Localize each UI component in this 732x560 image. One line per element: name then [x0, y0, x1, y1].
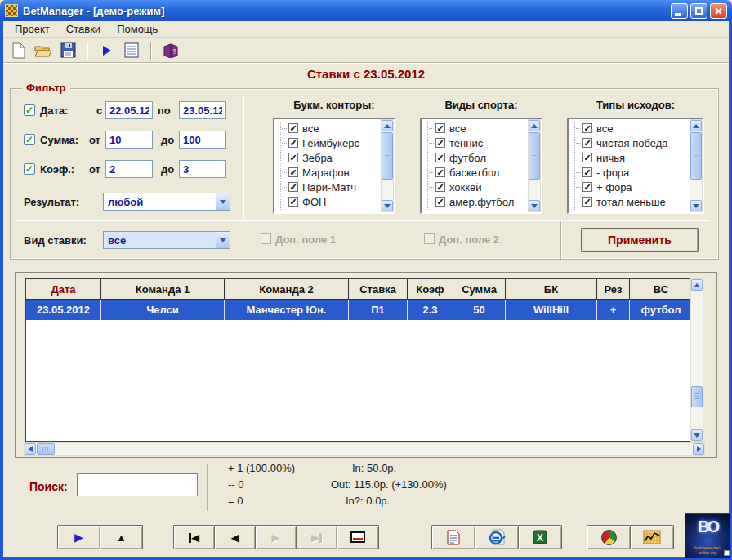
list-item[interactable]: ✓Зебра	[277, 150, 395, 165]
sum-filter-checkbox[interactable]: ✓	[24, 134, 35, 145]
menu-project[interactable]: Проект	[8, 22, 56, 36]
minimize-button[interactable]	[671, 3, 688, 19]
list-item[interactable]: ✓теннис	[424, 136, 542, 150]
maximize-button[interactable]	[690, 3, 707, 19]
list-item[interactable]: ✓Геймбукерс	[277, 136, 395, 150]
scroll-down-button[interactable]	[690, 200, 702, 211]
scroll-down-button[interactable]	[529, 200, 540, 211]
checkbox-checked-icon[interactable]: ✓	[582, 197, 592, 207]
list-item[interactable]: ✓ФОН	[277, 194, 395, 209]
checkbox-checked-icon[interactable]: ✓	[435, 138, 445, 148]
scroll-thumb[interactable]	[37, 443, 55, 455]
checkbox-checked-icon[interactable]: ✓	[288, 153, 298, 162]
table-row[interactable]: 23.05.2012 Челси Манчестер Юн. П1 2.3 50…	[26, 300, 692, 320]
list-item[interactable]: ✓Пари-Матч	[277, 180, 395, 194]
bet-kind-dropdown-button[interactable]	[216, 232, 230, 248]
previous-record-button[interactable]: ◀	[214, 525, 256, 549]
list-item[interactable]: ✓амер.футбол	[424, 194, 542, 209]
list-item[interactable]: ✓чистая победа	[571, 136, 703, 150]
list-item[interactable]: ✓баскетбол	[424, 165, 542, 180]
sum-from-input[interactable]	[105, 131, 153, 149]
list-item[interactable]: ✓все	[424, 121, 542, 136]
menu-help[interactable]: Помощь	[110, 22, 164, 36]
checkbox-checked-icon[interactable]: ✓	[435, 182, 445, 192]
close-button[interactable]: ✕	[710, 3, 727, 19]
checkbox-checked-icon[interactable]: ✓	[288, 197, 298, 207]
date-filter-checkbox[interactable]: ✓	[24, 104, 35, 116]
column-header-team1[interactable]: Команда 1	[101, 279, 225, 300]
save-icon[interactable]	[59, 42, 77, 60]
pie-chart-button[interactable]	[587, 525, 631, 549]
line-chart-button[interactable]	[630, 525, 674, 549]
checkbox-checked-icon[interactable]: ✓	[288, 123, 298, 133]
run-button[interactable]: ▶	[57, 525, 100, 549]
eject-button[interactable]: ▲	[100, 525, 143, 549]
list-item[interactable]: ✓все	[277, 121, 395, 136]
apply-button[interactable]: Применить	[581, 228, 699, 252]
list-item[interactable]: ✓- фора	[571, 165, 703, 180]
list-item-label: чистая победа	[596, 137, 668, 149]
column-header-sport[interactable]: ВС	[630, 279, 692, 300]
checkbox-checked-icon[interactable]: ✓	[582, 182, 592, 192]
scroll-thumb[interactable]	[382, 132, 393, 180]
list-item[interactable]: ✓+ фора	[571, 180, 703, 194]
list-item[interactable]: ✓Марафон	[277, 165, 395, 180]
column-header-bookmaker[interactable]: БК	[506, 279, 597, 300]
date-from-input[interactable]	[105, 101, 153, 119]
export-html-button[interactable]	[475, 525, 519, 549]
checkbox-checked-icon[interactable]: ✓	[288, 167, 298, 177]
checkbox-checked-icon[interactable]: ✓	[582, 123, 592, 133]
column-header-date[interactable]: Дата	[26, 279, 101, 300]
scroll-thumb[interactable]	[529, 132, 540, 180]
column-header-result[interactable]: Рез	[597, 279, 630, 300]
print-report-button[interactable]	[431, 525, 475, 549]
result-dropdown-button[interactable]	[216, 193, 230, 210]
menu-bets[interactable]: Ставки	[60, 22, 107, 36]
search-input[interactable]	[77, 473, 198, 496]
result-combobox[interactable]: любой	[103, 193, 230, 211]
checkbox-checked-icon[interactable]: ✓	[582, 167, 592, 177]
coef-from-input[interactable]	[105, 160, 153, 178]
edit-window-button[interactable]	[337, 525, 379, 549]
sum-to-input[interactable]	[179, 131, 226, 149]
checkbox-checked-icon[interactable]: ✓	[435, 197, 445, 207]
list-item[interactable]: ✓хоккей	[424, 180, 542, 194]
checkbox-checked-icon[interactable]: ✓	[582, 138, 592, 148]
scroll-up-button[interactable]	[529, 120, 540, 131]
scroll-up-button[interactable]	[690, 120, 702, 131]
scroll-up-button[interactable]	[691, 279, 703, 291]
scroll-thumb[interactable]	[690, 132, 702, 180]
scroll-down-button[interactable]	[691, 429, 703, 441]
column-header-sum[interactable]: Сумма	[453, 279, 506, 300]
help-book-icon[interactable]: ?	[162, 42, 180, 60]
scroll-up-button[interactable]	[382, 120, 393, 131]
checkbox-checked-icon[interactable]: ✓	[288, 182, 298, 192]
checkbox-checked-icon[interactable]: ✓	[435, 123, 445, 133]
date-to-input[interactable]	[179, 101, 226, 119]
column-header-bet[interactable]: Ставка	[349, 279, 408, 300]
list-item[interactable]: ✓все	[571, 121, 703, 136]
resize-grip[interactable]	[724, 550, 730, 556]
report-icon[interactable]	[123, 42, 141, 60]
checkbox-checked-icon[interactable]: ✓	[582, 153, 592, 162]
list-item[interactable]: ✓тотал меньше	[571, 194, 703, 209]
new-file-icon[interactable]	[10, 42, 28, 60]
checkbox-checked-icon[interactable]: ✓	[435, 153, 445, 162]
scroll-thumb[interactable]	[691, 386, 703, 407]
column-header-coef[interactable]: Коэф	[408, 279, 453, 300]
bet-kind-combobox[interactable]: все	[103, 231, 230, 249]
list-item[interactable]: ✓футбол	[424, 150, 542, 165]
coef-filter-checkbox[interactable]: ✓	[24, 163, 35, 175]
checkbox-checked-icon[interactable]: ✓	[435, 167, 445, 177]
checkbox-checked-icon[interactable]: ✓	[288, 138, 298, 148]
first-record-button[interactable]: ◀	[173, 525, 215, 549]
export-excel-button[interactable]: X	[518, 525, 562, 549]
coef-to-input[interactable]	[179, 160, 226, 178]
open-file-icon[interactable]	[34, 42, 52, 60]
list-item[interactable]: ✓ничья	[571, 150, 703, 165]
run-icon[interactable]	[98, 42, 116, 60]
scroll-right-button[interactable]	[693, 443, 704, 455]
scroll-down-button[interactable]	[382, 200, 393, 211]
scroll-left-button[interactable]	[25, 443, 36, 455]
column-header-team2[interactable]: Команда 2	[225, 279, 349, 300]
